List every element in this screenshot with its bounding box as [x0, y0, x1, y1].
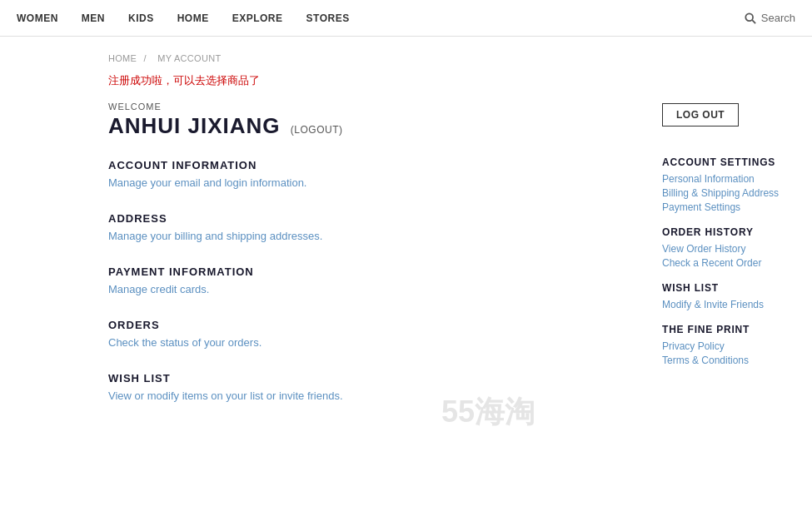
logout-button[interactable]: LOG OUT: [662, 103, 739, 127]
welcome-label: WELCOME: [108, 102, 629, 112]
sidebar-billing-shipping[interactable]: Billing & Shipping Address: [662, 187, 795, 199]
address-link[interactable]: Manage your billing and shipping address…: [108, 230, 322, 242]
breadcrumb-current: MY ACCOUNT: [157, 53, 221, 63]
section-address: ADDRESS Manage your billing and shipping…: [108, 212, 629, 242]
sidebar-fine-print-title: THE FINE PRINT: [662, 324, 795, 335]
sidebar-payment-settings[interactable]: Payment Settings: [662, 201, 795, 213]
nav-home[interactable]: HOME: [177, 12, 209, 24]
breadcrumb-home[interactable]: HOME: [108, 53, 137, 63]
top-navigation: WOMEN MEN KIDS HOME EXPLORE STORES Searc…: [0, 0, 812, 37]
success-message: 注册成功啦，可以去选择商品了: [108, 73, 629, 88]
nav-women[interactable]: WOMEN: [17, 12, 58, 24]
payment-link[interactable]: Manage credit cards.: [108, 283, 209, 295]
nav-explore[interactable]: EXPLORE: [232, 12, 283, 24]
sidebar: LOG OUT ACCOUNT SETTINGS Personal Inform…: [662, 53, 795, 425]
logout-inline-link[interactable]: (LOGOUT): [291, 124, 343, 136]
section-desc-address: Manage your billing and shipping address…: [108, 230, 629, 242]
section-account-information: ACCOUNT INFORMATION Manage your email an…: [108, 159, 629, 189]
content-area: HOME / MY ACCOUNT 注册成功啦，可以去选择商品了 WELCOME…: [108, 53, 629, 425]
sidebar-terms-conditions[interactable]: Terms & Conditions: [662, 355, 795, 366]
section-wish-list: WISH LIST View or modify items on your l…: [108, 372, 629, 402]
section-desc-payment: Manage credit cards.: [108, 283, 629, 295]
logout-inline[interactable]: (LOGOUT): [291, 124, 343, 136]
search-area[interactable]: Search: [745, 12, 795, 24]
breadcrumb: HOME / MY ACCOUNT: [108, 53, 629, 63]
sidebar-modify-invite[interactable]: Modify & Invite Friends: [662, 299, 795, 310]
sidebar-order-history-title: ORDER HISTORY: [662, 226, 795, 238]
section-title-account-information: ACCOUNT INFORMATION: [108, 159, 629, 171]
main-container: HOME / MY ACCOUNT 注册成功啦，可以去选择商品了 WELCOME…: [0, 37, 812, 459]
search-icon: [745, 12, 756, 24]
wish-list-link[interactable]: View or modify items on your list or inv…: [108, 389, 343, 402]
sidebar-view-order-history[interactable]: View Order History: [662, 243, 795, 255]
orders-link[interactable]: Check the status of your orders.: [108, 336, 262, 349]
sidebar-privacy-policy[interactable]: Privacy Policy: [662, 340, 795, 352]
user-name-text: ANHUI JIXIANG: [108, 113, 281, 138]
breadcrumb-separator: /: [144, 53, 147, 63]
section-title-payment: PAYMENT INFORMATION: [108, 265, 629, 278]
section-title-wish-list: WISH LIST: [108, 372, 629, 384]
content-wrapper: 55海淘 ACCOUNT INFORMATION Manage your ema…: [108, 159, 629, 402]
nav-links: WOMEN MEN KIDS HOME EXPLORE STORES: [17, 12, 350, 24]
section-payment-information: PAYMENT INFORMATION Manage credit cards.: [108, 265, 629, 295]
sidebar-personal-information[interactable]: Personal Information: [662, 173, 795, 185]
nav-men[interactable]: MEN: [82, 12, 105, 24]
section-desc-orders: Check the status of your orders.: [108, 336, 629, 349]
section-desc-wish-list: View or modify items on your list or inv…: [108, 389, 629, 402]
sidebar-account-settings-title: ACCOUNT SETTINGS: [662, 156, 795, 168]
section-orders: ORDERS Check the status of your orders.: [108, 319, 629, 349]
sidebar-check-recent-order[interactable]: Check a Recent Order: [662, 257, 795, 269]
sidebar-wish-list-title: WISH LIST: [662, 282, 795, 294]
svg-point-0: [745, 13, 753, 21]
search-label: Search: [761, 12, 795, 24]
user-name: ANHUI JIXIANG (LOGOUT): [108, 113, 629, 139]
section-desc-account-information: Manage your email and login information.: [108, 176, 629, 189]
account-information-link[interactable]: Manage your email and login information.: [108, 176, 306, 189]
nav-stores[interactable]: STORES: [306, 12, 350, 24]
section-title-orders: ORDERS: [108, 319, 629, 331]
section-title-address: ADDRESS: [108, 212, 629, 225]
svg-line-1: [752, 20, 755, 23]
nav-kids[interactable]: KIDS: [128, 12, 154, 24]
